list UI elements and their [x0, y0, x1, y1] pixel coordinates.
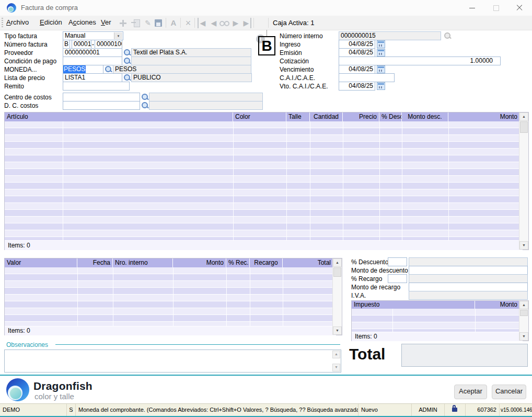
delete-icon[interactable]: × — [183, 18, 193, 28]
centro-costos-nombre-field — [149, 93, 263, 102]
maximize-button[interactable] — [484, 0, 508, 16]
menu-item-ver[interactable]: Ver — [101, 18, 111, 26]
vto-cai-date-input[interactable]: 04/08/25 — [339, 82, 375, 91]
total-label: Total — [349, 345, 385, 363]
next-record-icon[interactable]: ▶ — [230, 18, 241, 28]
numero-input[interactable]: 00000100 — [95, 40, 122, 49]
combo-dropdown-icon[interactable]: ▾ — [114, 32, 122, 39]
moneda-label: MONEDA... — [4, 65, 37, 74]
monto-recargo-input[interactable] — [409, 283, 528, 291]
lista-codigo-input[interactable]: LISTA1 — [63, 73, 122, 82]
numero-interno-label: Número interno — [280, 32, 323, 40]
numero-interno-search-icon — [444, 32, 452, 40]
observaciones-textarea[interactable]: ▲ ▼ — [4, 350, 341, 373]
scroll-down-icon[interactable]: ▼ — [519, 241, 528, 250]
dc-costos-input[interactable] — [63, 101, 140, 110]
moneda-search-icon[interactable] — [105, 65, 112, 73]
last-record-icon[interactable]: ▶ — [242, 18, 251, 28]
close-button[interactable] — [507, 0, 531, 16]
impuesto-grid-header: Impuesto Monto — [352, 301, 519, 309]
aceptar-button[interactable]: Aceptar — [454, 385, 487, 399]
minimize-button[interactable] — [460, 0, 484, 16]
items-grid-body[interactable] — [5, 121, 519, 240]
edit-icon[interactable]: ✎ — [143, 18, 153, 28]
menu-item-archivo[interactable]: Archivo — [6, 18, 29, 26]
condicion-pago-label: Condición de pago — [4, 57, 56, 65]
status-message: Moneda del comprobante. (Comandos Abrevi… — [76, 404, 358, 416]
dragonfish-logo-icon — [6, 378, 29, 401]
proveedor-label: Proveedor — [4, 49, 33, 57]
scroll-down-icon[interactable]: ▼ — [519, 332, 528, 341]
status-letter: S — [67, 404, 76, 416]
search-icon[interactable] — [218, 18, 229, 28]
dc-costos-search-icon[interactable] — [141, 102, 149, 109]
values-grid-scrollbar[interactable]: ▲ ▼ — [332, 258, 342, 335]
ingreso-date-input[interactable]: 04/08/25 — [339, 40, 375, 49]
impuesto-grid-body[interactable] — [352, 309, 519, 332]
values-grid-body[interactable] — [5, 267, 333, 326]
monto-recargo-label: Monto de recargo — [351, 283, 400, 291]
footer: Dragonfish color y talle Aceptar Cancela… — [0, 376, 532, 403]
sucursal-input[interactable]: 00001 — [72, 40, 91, 49]
recargo-pct-input[interactable] — [388, 274, 407, 283]
vto-cai-calendar-icon[interactable] — [377, 82, 385, 90]
font-icon[interactable]: A — [168, 18, 179, 28]
lista-nombre-field: PUBLICO — [131, 73, 252, 82]
centro-costos-search-icon[interactable] — [141, 93, 149, 101]
cai-input[interactable] — [339, 73, 395, 82]
items-grid-header: Artículo Color Talle Cantidad Precio % D… — [5, 112, 519, 121]
observaciones-rule — [55, 344, 340, 345]
emision-date-input[interactable]: 04/08/25 — [339, 48, 375, 57]
scroll-down-icon[interactable]: ▼ — [332, 364, 340, 371]
status-mode: Nuevo — [358, 404, 412, 416]
scroll-down-icon[interactable]: ▼ — [333, 326, 342, 335]
menu-item-acciones[interactable]: Acciones — [68, 18, 96, 26]
dc-costos-label: D. C. costos — [4, 102, 38, 110]
scroll-up-icon[interactable]: ▲ — [332, 351, 340, 358]
app-logo-icon — [7, 3, 16, 13]
tipo-factura-combobox[interactable]: Manual ▾ — [63, 31, 123, 40]
scroll-up-icon[interactable]: ▲ — [519, 112, 528, 121]
cotizacion-input[interactable]: 1.00000 — [339, 57, 501, 65]
toolbar-grip[interactable] — [2, 18, 3, 28]
letter-connector-line — [267, 30, 267, 36]
centro-costos-label: Centro de costos — [4, 93, 52, 102]
add-copy-icon[interactable] — [131, 18, 141, 28]
add-icon[interactable] — [118, 18, 128, 28]
scroll-up-icon[interactable]: ▲ — [333, 258, 342, 267]
items-grid-count: Items: 0 — [5, 240, 523, 250]
menu-item-edicion[interactable]: Edición — [40, 18, 62, 26]
remito-input[interactable] — [63, 82, 130, 91]
cancelar-button[interactable]: Cancelar — [492, 385, 526, 399]
status-number: 607362 — [466, 404, 500, 416]
vto-cai-label: Vto. C.A.I./C.A.E. — [280, 82, 328, 91]
impuesto-grid-scrollbar[interactable]: ▲ ▼ — [519, 301, 528, 341]
vencimiento-label: Vencimiento — [280, 65, 314, 74]
recargo-pct-field — [409, 274, 528, 283]
save-icon[interactable] — [153, 18, 164, 28]
first-record-icon[interactable]: ◀ — [198, 18, 207, 28]
proveedor-search-icon[interactable] — [123, 49, 131, 57]
lista-search-icon[interactable] — [123, 74, 131, 82]
letra-input[interactable]: B — [63, 40, 70, 49]
emision-calendar-icon[interactable] — [377, 49, 385, 57]
centro-costos-input[interactable] — [63, 93, 140, 102]
condicion-codigo-input[interactable] — [63, 57, 122, 65]
vencimiento-calendar-icon[interactable] — [377, 65, 385, 73]
iva-label: I.V.A. — [351, 291, 366, 300]
items-grid-scrollbar[interactable]: ▲ ▼ — [519, 112, 528, 250]
brand-tagline: color y talle — [34, 392, 74, 401]
monto-descuento-input[interactable] — [409, 266, 528, 275]
remito-label: Remito — [4, 82, 24, 91]
moneda-codigo-input[interactable]: PESOS — [63, 65, 103, 74]
vencimiento-date-input[interactable]: 04/08/25 — [339, 65, 375, 74]
descuento-pct-input[interactable] — [388, 257, 407, 266]
ingreso-label: Ingreso — [280, 40, 300, 49]
ingreso-calendar-icon[interactable] — [377, 40, 385, 48]
proveedor-codigo-input[interactable]: 0000000001 — [63, 48, 122, 57]
condicion-search-icon[interactable] — [123, 57, 131, 65]
previous-record-icon[interactable]: ◀ — [209, 18, 219, 28]
descuento-pct-label: % Descuento — [351, 258, 388, 266]
scroll-up-icon[interactable]: ▲ — [519, 301, 528, 309]
impuesto-grid-count: Items: 0 — [352, 332, 523, 341]
